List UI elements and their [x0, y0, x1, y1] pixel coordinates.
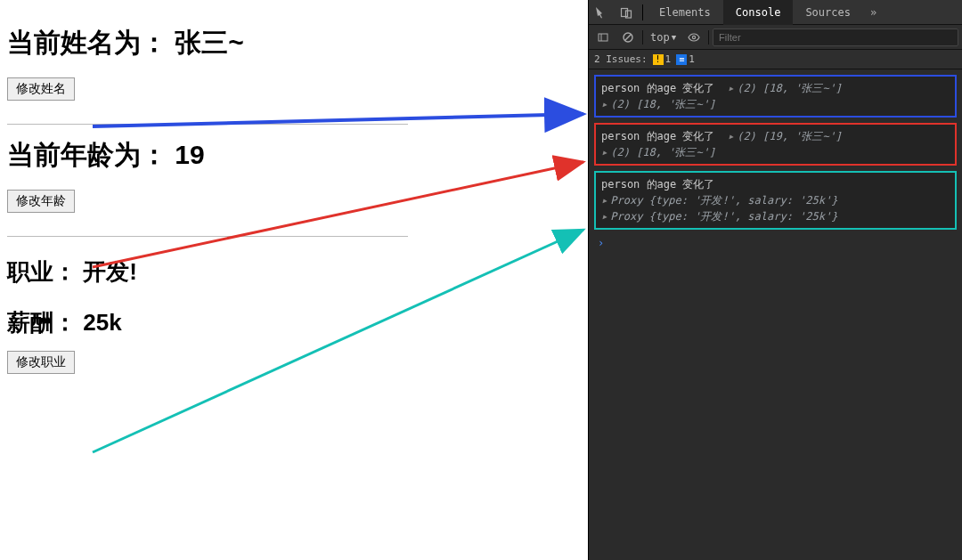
divider: [7, 124, 408, 125]
name-heading: 当前姓名为： 张三~: [7, 25, 581, 61]
log-entry-red[interactable]: person 的age 变化了 (2) [19, '张三~'] (2) [18,…: [594, 123, 957, 166]
modify-age-button[interactable]: 修改年龄: [7, 190, 75, 213]
log-proxy: Proxy {type: '开发!', salary: '25k'}: [610, 210, 837, 223]
context-selector[interactable]: top ▼: [647, 31, 680, 44]
salary-value: 25k: [83, 309, 121, 336]
log-message: person 的age 变化了: [601, 178, 714, 191]
devtools-panel: Elements Console Sources » top ▼ 2 Issue…: [588, 0, 962, 560]
console-input-prompt[interactable]: ›: [591, 235, 960, 251]
expand-icon[interactable]: [601, 194, 610, 207]
log-message: person 的age 变化了: [601, 130, 714, 142]
modify-name-button[interactable]: 修改姓名: [7, 77, 75, 101]
age-heading: 当前年龄为： 19: [7, 137, 581, 174]
name-value: 张三~: [175, 28, 244, 57]
issues-warning-count: 1: [665, 53, 672, 65]
svg-point-9: [693, 36, 696, 38]
issues-info-badge: ≡ 1: [676, 53, 695, 65]
devtools-tabbar: Elements Console Sources »: [589, 0, 962, 25]
inspect-icon[interactable]: [589, 0, 614, 25]
job-heading: 职业： 开发!: [7, 256, 581, 288]
svg-rect-3: [622, 8, 628, 16]
device-toggle-icon[interactable]: [614, 0, 639, 25]
svg-line-8: [625, 34, 632, 40]
issues-warning-badge: ! 1: [653, 53, 672, 65]
context-selector-label: top: [650, 31, 670, 44]
console-sidebar-toggle-icon[interactable]: [592, 27, 614, 48]
tab-console[interactable]: Console: [723, 0, 794, 25]
info-icon: ≡: [676, 54, 687, 65]
job-label: 职业：: [7, 258, 77, 285]
age-value: 19: [175, 140, 204, 169]
expand-icon[interactable]: [601, 146, 610, 158]
warning-icon: !: [653, 54, 664, 65]
tabs-overflow-icon[interactable]: »: [863, 6, 884, 19]
expand-icon[interactable]: [601, 210, 610, 223]
log-array: (2) [18, '张三~']: [737, 82, 842, 94]
modify-job-button[interactable]: 修改职业: [7, 351, 75, 374]
salary-heading: 薪酬： 25k: [7, 307, 581, 338]
live-expression-icon[interactable]: [683, 27, 705, 48]
log-array: (2) [18, '张三~']: [610, 98, 715, 110]
log-message: person 的age 变化了: [601, 82, 714, 94]
issues-label: 2 Issues:: [594, 53, 648, 65]
name-label: 当前姓名为：: [7, 28, 167, 57]
log-array: (2) [18, '张三~']: [610, 146, 715, 158]
salary-label: 薪酬：: [7, 309, 77, 336]
chevron-down-icon: ▼: [672, 33, 676, 42]
log-entry-teal[interactable]: person 的age 变化了 Proxy {type: '开发!', sala…: [594, 171, 957, 230]
console-filter-input[interactable]: [713, 28, 958, 46]
expand-icon[interactable]: [601, 98, 610, 110]
job-value: 开发!: [83, 258, 137, 285]
expand-icon[interactable]: [728, 82, 737, 94]
expand-icon[interactable]: [728, 130, 737, 142]
console-log-area: person 的age 变化了 (2) [18, '张三~'] (2) [18,…: [589, 69, 962, 255]
log-entry-blue[interactable]: person 的age 变化了 (2) [18, '张三~'] (2) [18,…: [594, 75, 957, 118]
issues-bar[interactable]: 2 Issues: ! 1 ≡ 1: [589, 50, 962, 69]
log-proxy: Proxy {type: '开发!', salary: '25k'}: [610, 194, 837, 207]
issues-info-count: 1: [689, 53, 695, 65]
page-content: 当前姓名为： 张三~ 修改姓名 当前年龄为： 19 修改年龄 职业： 开发! 薪…: [0, 0, 588, 560]
clear-console-icon[interactable]: [617, 27, 639, 48]
console-toolbar: top ▼: [589, 25, 962, 50]
log-array: (2) [19, '张三~']: [737, 130, 842, 142]
divider: [7, 236, 408, 237]
svg-rect-5: [599, 34, 607, 41]
tab-sources[interactable]: Sources: [793, 0, 863, 25]
tab-elements[interactable]: Elements: [647, 0, 723, 25]
age-label: 当前年龄为：: [7, 140, 167, 169]
